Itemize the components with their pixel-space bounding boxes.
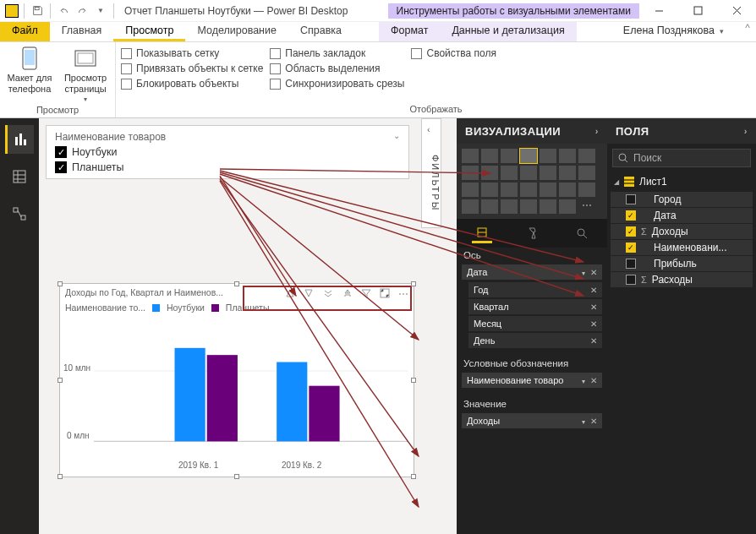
field-item[interactable]: ΣРасходы <box>611 272 753 287</box>
checkbox-icon[interactable] <box>626 194 636 204</box>
app-logo-icon <box>5 4 19 18</box>
clustered-column-chart-icon[interactable] <box>520 149 537 163</box>
svg-rect-32 <box>207 355 238 441</box>
axis-field-pill[interactable]: Дата▾ ✕ <box>462 264 602 280</box>
well-legend-label: Условные обозначения <box>457 356 607 371</box>
chevron-left-icon: ‹ <box>427 124 432 134</box>
fields-search-input[interactable]: Поиск <box>612 149 751 167</box>
checkbox-icon[interactable]: ✓ <box>626 210 636 221</box>
value-field-pill[interactable]: Доходы▾ ✕ <box>462 413 602 428</box>
svg-line-24 <box>625 160 627 162</box>
svg-rect-11 <box>24 139 26 145</box>
checkbox-icon[interactable] <box>626 275 636 285</box>
tab-modeling[interactable]: Моделирование <box>185 22 288 41</box>
tab-view[interactable]: Просмотр <box>113 22 185 41</box>
axis-sub-year[interactable]: Год✕ <box>468 282 602 297</box>
opt-show-grid[interactable]: Показывать сетку <box>121 47 263 59</box>
contextual-tab-header: Инструменты работы с визуальными элемент… <box>388 3 639 19</box>
checkbox-icon[interactable]: ✓ <box>626 226 636 237</box>
x-tick-label-2: 2019 Кв. 2 <box>282 460 321 470</box>
tab-file[interactable]: Файл <box>0 22 50 41</box>
opt-bookmarks[interactable]: Панель закладок <box>270 47 404 59</box>
checkbox-icon[interactable]: ✓ <box>626 242 636 253</box>
ribbon-group-view-label: Просмотр <box>5 103 110 117</box>
opt-field-props[interactable]: Свойства поля <box>411 47 496 59</box>
filters-pane-tab[interactable]: ‹ ФИЛЬТРЫ <box>421 118 441 228</box>
tab-help[interactable]: Справка <box>288 22 353 41</box>
page-view-button[interactable]: Просмотр страницы▾ <box>61 46 110 103</box>
nav-data-view[interactable] <box>5 162 34 191</box>
chevron-right-icon[interactable]: › <box>744 126 748 136</box>
close-button[interactable] <box>717 0 756 22</box>
drill-down-icon[interactable] <box>304 286 314 302</box>
table-icon <box>624 177 634 187</box>
svg-rect-33 <box>277 362 307 442</box>
legend-field-pill[interactable]: Наименование товаро▾ ✕ <box>462 373 602 388</box>
nav-report-view[interactable] <box>5 125 34 154</box>
fields-tab[interactable] <box>472 223 492 243</box>
redo-icon[interactable] <box>74 3 90 19</box>
remove-icon[interactable]: ✕ <box>590 268 597 277</box>
search-icon <box>618 153 628 163</box>
opt-lock-objects[interactable]: Блокировать объекты <box>121 78 263 90</box>
format-tab[interactable] <box>522 223 542 243</box>
svg-rect-16 <box>14 208 18 212</box>
svg-rect-25 <box>624 177 634 187</box>
slicer-item-2[interactable]: ✓Планшеты <box>55 161 400 173</box>
field-item[interactable]: ✓ΣДоходы <box>611 224 753 239</box>
filter-icon[interactable] <box>361 286 371 302</box>
svg-point-23 <box>619 154 626 161</box>
drill-up-icon[interactable] <box>285 286 295 302</box>
qat-dropdown-icon[interactable]: ▼ <box>93 3 108 19</box>
minimize-button[interactable] <box>639 0 678 22</box>
fields-table[interactable]: ◢Лист1 <box>607 172 756 191</box>
well-value-label: Значение <box>457 396 607 411</box>
checkbox-checked-icon: ✓ <box>55 146 67 158</box>
chevron-down-icon[interactable]: ⌄ <box>393 131 400 143</box>
svg-rect-2 <box>694 7 702 14</box>
expand-all-icon[interactable] <box>322 286 334 302</box>
tab-home[interactable]: Главная <box>50 22 114 41</box>
y-tick-label-0: 0 млн <box>67 431 90 440</box>
viz-gallery[interactable]: ⋯ <box>457 144 607 219</box>
hierarchy-icon[interactable] <box>342 286 353 302</box>
phone-layout-button[interactable]: Макет для телефона <box>5 46 54 103</box>
chart-visual[interactable]: Доходы по Год, Квартал и Наименов... ⋯ Н… <box>59 283 414 477</box>
field-item[interactable]: Прибыль <box>611 256 753 271</box>
slicer-visual[interactable]: Наименование товаров⌄ ✓Ноутбуки ✓Планшет… <box>46 125 409 179</box>
tab-data-detail[interactable]: Данные и детализация <box>440 22 576 41</box>
opt-sync-slicers[interactable]: Синхронизировать срезы <box>270 78 404 90</box>
field-item[interactable]: ✓Наименовани... <box>611 240 753 255</box>
opt-selection-pane[interactable]: Область выделения <box>270 63 404 74</box>
analytics-tab[interactable] <box>572 223 592 243</box>
fields-pane-title: ПОЛЯ <box>616 125 649 138</box>
ribbon-group-show-label: Отображать <box>121 102 751 116</box>
focus-mode-icon[interactable] <box>380 286 390 302</box>
user-menu[interactable]: Елена Позднякова▾ <box>613 22 739 41</box>
nav-model-view[interactable] <box>5 199 34 228</box>
x-tick-label-1: 2019 Кв. 1 <box>178 460 218 470</box>
well-axis-label: Ось <box>457 248 607 263</box>
axis-sub-day[interactable]: День✕ <box>468 333 602 348</box>
tab-format[interactable]: Формат <box>379 22 440 41</box>
y-tick-label: 10 млн <box>63 363 90 373</box>
maximize-button[interactable] <box>678 0 717 22</box>
svg-line-22 <box>583 235 587 238</box>
axis-sub-quarter[interactable]: Квартал✕ <box>468 299 602 314</box>
save-icon[interactable] <box>30 3 45 19</box>
field-item[interactable]: ✓Дата <box>611 208 753 223</box>
undo-icon[interactable] <box>56 3 71 19</box>
opt-snap-grid[interactable]: Привязать объекты к сетке <box>121 63 263 74</box>
slicer-item-1[interactable]: ✓Ноутбуки <box>55 146 400 158</box>
svg-rect-6 <box>25 50 35 65</box>
field-item[interactable]: Город <box>611 192 753 207</box>
chevron-right-icon[interactable]: › <box>595 126 599 136</box>
svg-line-18 <box>18 210 21 217</box>
ribbon-collapse-icon[interactable]: ^ <box>739 22 756 41</box>
more-options-icon[interactable]: ⋯ <box>398 288 408 300</box>
svg-rect-9 <box>15 137 18 145</box>
checkbox-icon[interactable] <box>626 259 636 269</box>
viz-pane-title: ВИЗУАЛИЗАЦИИ <box>465 125 561 138</box>
svg-rect-34 <box>309 386 339 442</box>
axis-sub-month[interactable]: Месяц✕ <box>468 316 602 331</box>
